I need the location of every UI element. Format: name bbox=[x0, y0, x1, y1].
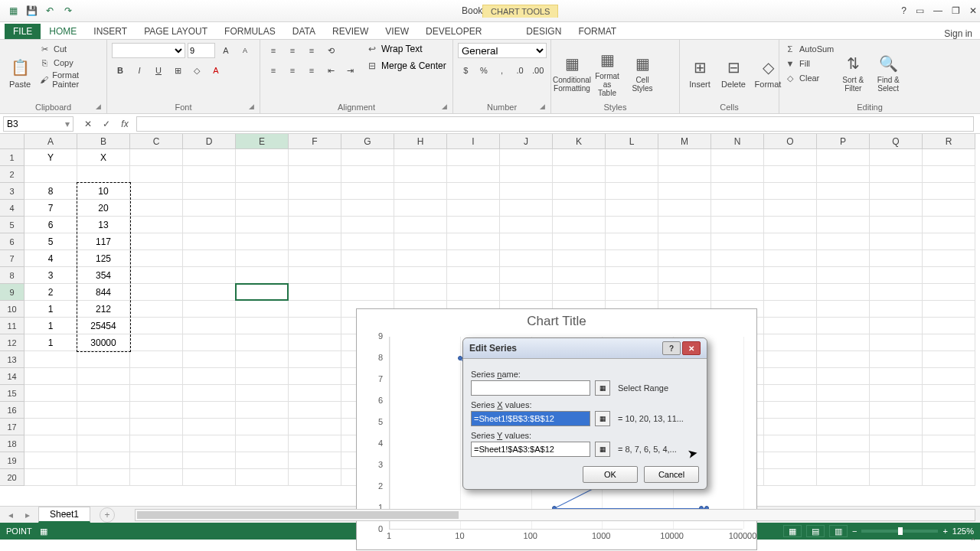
cell[interactable] bbox=[289, 301, 341, 318]
cell[interactable] bbox=[236, 351, 289, 368]
column-header[interactable]: P bbox=[817, 134, 870, 149]
cell[interactable] bbox=[236, 250, 289, 267]
cell[interactable] bbox=[341, 233, 394, 250]
cell[interactable] bbox=[130, 419, 183, 435]
cell[interactable] bbox=[236, 267, 289, 284]
cell[interactable] bbox=[658, 166, 711, 183]
cell[interactable] bbox=[658, 183, 711, 200]
cell[interactable] bbox=[711, 149, 764, 166]
row-header[interactable]: 8 bbox=[0, 267, 24, 284]
cell[interactable] bbox=[77, 419, 130, 435]
grow-font-icon[interactable]: A bbox=[217, 43, 234, 58]
cell[interactable]: 1 bbox=[24, 301, 77, 318]
row-header[interactable]: 9 bbox=[0, 284, 24, 301]
sign-in-link[interactable]: Sign in bbox=[944, 28, 972, 39]
tab-file[interactable]: FILE bbox=[5, 24, 41, 39]
row-header[interactable]: 15 bbox=[0, 385, 24, 402]
cell[interactable] bbox=[764, 385, 817, 402]
cell[interactable] bbox=[77, 368, 130, 385]
cell[interactable] bbox=[183, 469, 236, 486]
cell[interactable] bbox=[764, 419, 817, 435]
row-header[interactable]: 6 bbox=[0, 233, 24, 250]
cell[interactable] bbox=[817, 183, 870, 200]
cell[interactable] bbox=[289, 452, 341, 469]
page-layout-view-icon[interactable]: ▤ bbox=[806, 525, 825, 537]
cell[interactable] bbox=[870, 284, 923, 301]
cell[interactable] bbox=[183, 250, 236, 267]
cell[interactable] bbox=[130, 284, 183, 301]
cell[interactable] bbox=[77, 469, 130, 486]
cell[interactable] bbox=[606, 217, 658, 233]
cell[interactable] bbox=[183, 435, 236, 452]
cell[interactable] bbox=[289, 402, 341, 419]
cell[interactable] bbox=[553, 200, 606, 217]
series-name-input[interactable] bbox=[471, 380, 590, 396]
column-header[interactable]: I bbox=[447, 134, 500, 149]
cell[interactable] bbox=[817, 301, 870, 318]
align-left-icon[interactable]: ≡ bbox=[265, 63, 282, 78]
cell[interactable] bbox=[764, 233, 817, 250]
sort-filter-button[interactable]: ⇅Sort & Filter bbox=[837, 43, 869, 101]
cell[interactable] bbox=[183, 233, 236, 250]
range-select-icon[interactable]: ▦ bbox=[595, 442, 610, 457]
cell[interactable] bbox=[236, 284, 289, 301]
cell[interactable]: 1 bbox=[24, 318, 77, 334]
cell[interactable] bbox=[817, 284, 870, 301]
cancel-formula-icon[interactable]: ✕ bbox=[80, 116, 96, 132]
ribbon-display-options-icon[interactable]: ▭ bbox=[916, 5, 924, 16]
cell[interactable] bbox=[711, 250, 764, 267]
cell[interactable] bbox=[606, 267, 658, 284]
cell[interactable] bbox=[817, 469, 870, 486]
decrease-indent-icon[interactable]: ⇤ bbox=[322, 63, 339, 78]
cell[interactable] bbox=[24, 402, 77, 419]
cell[interactable] bbox=[870, 166, 923, 183]
cell[interactable] bbox=[130, 200, 183, 217]
cell[interactable] bbox=[923, 267, 975, 284]
cell[interactable] bbox=[764, 435, 817, 452]
cell[interactable] bbox=[447, 250, 500, 267]
cell[interactable] bbox=[553, 149, 606, 166]
column-header[interactable]: H bbox=[394, 134, 447, 149]
cell[interactable] bbox=[764, 267, 817, 284]
cell[interactable] bbox=[923, 368, 975, 385]
tab-formulas[interactable]: FORMULAS bbox=[216, 24, 284, 39]
row-header[interactable]: 17 bbox=[0, 419, 24, 435]
cell[interactable] bbox=[24, 166, 77, 183]
cell[interactable] bbox=[289, 149, 341, 166]
cell[interactable] bbox=[553, 183, 606, 200]
cell[interactable] bbox=[236, 452, 289, 469]
cell[interactable] bbox=[289, 318, 341, 334]
paste-button[interactable]: 📋Paste bbox=[5, 43, 35, 101]
tab-data[interactable]: DATA bbox=[284, 24, 324, 39]
cell[interactable] bbox=[183, 217, 236, 233]
fill-color-button[interactable]: ◇ bbox=[188, 63, 205, 78]
dialog-close-icon[interactable]: ✕ bbox=[682, 341, 701, 355]
cell[interactable] bbox=[289, 267, 341, 284]
column-header[interactable]: F bbox=[289, 134, 341, 149]
row-header[interactable]: 16 bbox=[0, 402, 24, 419]
row-header[interactable]: 7 bbox=[0, 250, 24, 267]
cell[interactable] bbox=[394, 149, 447, 166]
cell[interactable] bbox=[183, 318, 236, 334]
cell[interactable] bbox=[183, 334, 236, 351]
cell[interactable] bbox=[130, 435, 183, 452]
cell[interactable]: 30000 bbox=[77, 334, 130, 351]
cell[interactable] bbox=[817, 402, 870, 419]
row-header[interactable]: 2 bbox=[0, 166, 24, 183]
cell[interactable] bbox=[24, 419, 77, 435]
tab-view[interactable]: VIEW bbox=[377, 24, 417, 39]
cell[interactable] bbox=[500, 183, 553, 200]
cell[interactable] bbox=[764, 368, 817, 385]
cell[interactable] bbox=[923, 217, 975, 233]
cell[interactable] bbox=[870, 452, 923, 469]
cell[interactable] bbox=[870, 419, 923, 435]
cell[interactable] bbox=[923, 334, 975, 351]
cell[interactable] bbox=[341, 200, 394, 217]
tab-format[interactable]: FORMAT bbox=[570, 24, 625, 39]
conditional-formatting-button[interactable]: ▦Conditional Formatting bbox=[556, 43, 588, 101]
cell[interactable] bbox=[394, 166, 447, 183]
cell[interactable] bbox=[289, 385, 341, 402]
cell[interactable] bbox=[236, 183, 289, 200]
cell[interactable] bbox=[447, 284, 500, 301]
cell[interactable] bbox=[236, 166, 289, 183]
